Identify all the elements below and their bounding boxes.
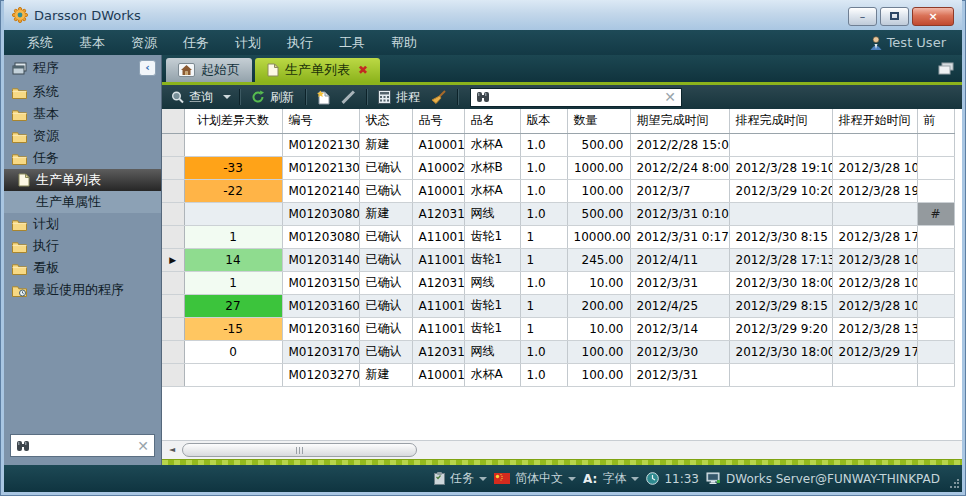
column-header-9[interactable]: 排程开始时间: [832, 109, 917, 133]
user-icon: [870, 36, 882, 50]
column-header-1[interactable]: 编号: [282, 109, 359, 133]
table-row-9[interactable]: 0M012031701已确认A12031网线1.0100.002012/3/30…: [162, 340, 954, 363]
sidebar-item-7[interactable]: 执行: [4, 235, 161, 257]
user-indicator[interactable]: Test User: [870, 35, 952, 50]
cell-expected-finish: 2012/3/31: [630, 271, 729, 294]
table-row-0[interactable]: M012021301新建A10001水杯A1.0500.002012/2/28 …: [162, 133, 954, 156]
clean-button[interactable]: [428, 87, 449, 107]
font-label: 字体: [602, 470, 626, 487]
time-label: 11:33: [664, 472, 699, 486]
menu-item-6[interactable]: 工具: [326, 35, 378, 50]
sidebar-item-2[interactable]: 资源: [4, 125, 161, 147]
cell-expected-finish: 2012/4/25: [630, 294, 729, 317]
table-row-1[interactable]: -33M012021302已确认A10002水杯B1.01000.002012/…: [162, 156, 954, 179]
table-row-7[interactable]: 27M012031601已确认A11001齿轮11200.002012/4/25…: [162, 294, 954, 317]
cell-schedule-start: 2012/3/28 10:52: [832, 248, 917, 271]
menu-item-5[interactable]: 执行: [274, 35, 326, 50]
edit-button[interactable]: [338, 87, 358, 107]
cell-plan-diff-days: -15: [184, 317, 282, 340]
sidebar-search-clear-icon[interactable]: ✕: [137, 439, 149, 453]
status-task[interactable]: 任务: [434, 470, 487, 487]
cell-schedule-finish: 2012/3/30 18:00: [729, 271, 832, 294]
query-dropdown-icon[interactable]: [223, 95, 231, 99]
menu-item-7[interactable]: 帮助: [378, 35, 430, 50]
menu-item-4[interactable]: 计划: [222, 35, 274, 50]
column-header-5[interactable]: 版本: [520, 109, 567, 133]
sidebar-item-5[interactable]: 生产单属性: [4, 191, 161, 213]
close-button[interactable]: ×: [912, 7, 954, 26]
cell-version: 1: [520, 248, 567, 271]
menu-item-3[interactable]: 任务: [170, 35, 222, 50]
sidebar-item-4[interactable]: 生产单列表: [4, 169, 161, 191]
row-indicator: ▶: [162, 248, 184, 271]
table-row-5[interactable]: ▶14M012031402已确认A11001齿轮11245.002012/4/1…: [162, 248, 954, 271]
scroll-left-icon[interactable]: ◄: [164, 443, 180, 457]
clipboard-icon: [434, 472, 445, 485]
sidebar-item-6[interactable]: 计划: [4, 213, 161, 235]
menu-item-1[interactable]: 基本: [66, 35, 118, 50]
cell-quantity: 100.00: [567, 340, 630, 363]
table-row-2[interactable]: -22M012021401已确认A10001水杯A1.0100.002012/3…: [162, 179, 954, 202]
row-indicator: [162, 363, 184, 386]
cell-schedule-finish: 2012/3/28 19:10: [729, 156, 832, 179]
new-button[interactable]: [314, 87, 333, 107]
status-font[interactable]: A: 字体: [583, 470, 639, 487]
column-header-3[interactable]: 品号: [412, 109, 464, 133]
column-header-4[interactable]: 品名: [464, 109, 520, 133]
cell-part-name: 网线: [464, 271, 520, 294]
table-row-4[interactable]: 1M012030802已确认A11001齿轮1110000.002012/3/3…: [162, 225, 954, 248]
status-time: 11:33: [646, 472, 699, 486]
sidebar-item-3[interactable]: 任务: [4, 147, 161, 169]
cell-quantity: 100.00: [567, 363, 630, 386]
tab-production-order-list[interactable]: 生产单列表 ✖: [255, 58, 380, 82]
menu-bar: 系统基本资源任务计划执行工具帮助 Test User: [4, 30, 962, 55]
tab-close-icon[interactable]: ✖: [358, 63, 368, 77]
table-row-6[interactable]: 1M012031501已确认A12031网线1.010.002012/3/312…: [162, 271, 954, 294]
cell-status: 已确认: [359, 340, 412, 363]
toolbar-search-clear-icon[interactable]: ✕: [664, 90, 676, 104]
schedule-button[interactable]: 排程: [375, 87, 423, 107]
column-header-0[interactable]: 计划差异天数: [184, 109, 282, 133]
sidebar-item-9[interactable]: 最近使用的程序: [4, 279, 161, 301]
menu-item-2[interactable]: 资源: [118, 35, 170, 50]
resize-grip[interactable]: [949, 479, 959, 489]
column-header-2[interactable]: 状态: [359, 109, 412, 133]
column-header-10[interactable]: 前: [917, 109, 954, 133]
cell-order-code: M012031501: [282, 271, 359, 294]
window-list-icon[interactable]: [938, 62, 954, 75]
sidebar-item-label: 执行: [33, 237, 59, 255]
tab-start-page[interactable]: 起始页: [166, 58, 252, 82]
sidebar-search-input[interactable]: [34, 439, 133, 453]
language-label: 简体中文: [515, 470, 563, 487]
table-row-8[interactable]: -15M012031602已确认A11001齿轮1110.002012/3/14…: [162, 317, 954, 340]
maximize-button[interactable]: [880, 7, 909, 26]
cell-plan-diff-days: -22: [184, 179, 282, 202]
row-indicator: [162, 156, 184, 179]
horizontal-scrollbar[interactable]: ◄: [162, 440, 962, 459]
cell-flag: [917, 179, 954, 202]
page-icon: [267, 63, 279, 77]
column-header-7[interactable]: 期望完成时间: [630, 109, 729, 133]
refresh-button[interactable]: 刷新: [248, 87, 297, 107]
column-header-6[interactable]: 数量: [567, 109, 630, 133]
cell-part-no: A10001: [412, 133, 464, 156]
status-language[interactable]: 简体中文: [494, 470, 576, 487]
font-dropdown-icon: [631, 477, 639, 481]
cell-part-no: A10002: [412, 156, 464, 179]
menu-item-0[interactable]: 系统: [14, 35, 66, 50]
cell-flag: [917, 248, 954, 271]
sidebar-item-1[interactable]: 基本: [4, 103, 161, 125]
sidebar-collapse-button[interactable]: ‹: [139, 60, 156, 76]
cell-status: 已确认: [359, 271, 412, 294]
sidebar-item-0[interactable]: 系统: [4, 81, 161, 103]
query-button[interactable]: 查询: [168, 87, 216, 107]
cell-quantity: 100.00: [567, 179, 630, 202]
table-row-10[interactable]: M012032701新建A10001水杯A1.0100.002012/3/31: [162, 363, 954, 386]
toolbar-search-input[interactable]: [494, 90, 660, 104]
column-header-8[interactable]: 排程完成时间: [729, 109, 832, 133]
table-row-3[interactable]: M012030801新建A12031网线1.0500.002012/3/31 0…: [162, 202, 954, 225]
sidebar-item-8[interactable]: 看板: [4, 257, 161, 279]
scrollbar-thumb[interactable]: [182, 443, 417, 457]
minimize-button[interactable]: –: [848, 7, 877, 26]
cell-part-no: A10001: [412, 363, 464, 386]
